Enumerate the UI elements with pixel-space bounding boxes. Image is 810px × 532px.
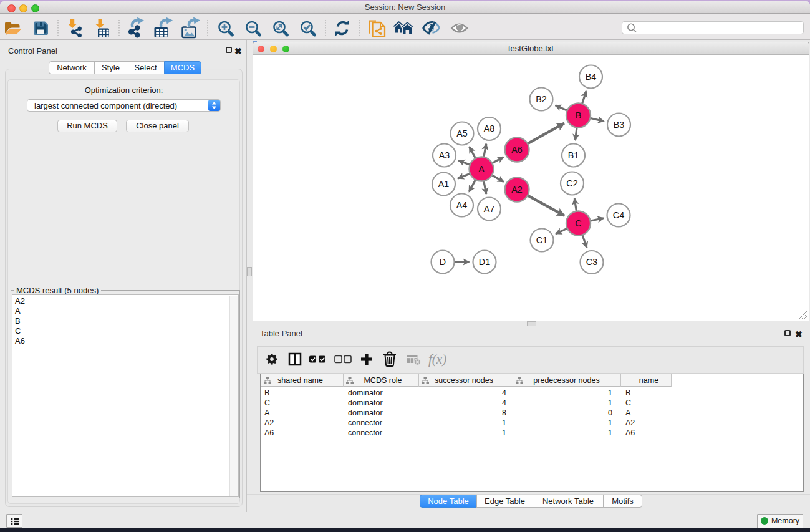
svg-text:C1: C1 (536, 235, 547, 245)
svg-text:A1: A1 (438, 179, 450, 189)
svg-text:B4: B4 (586, 72, 597, 82)
svg-text:B1: B1 (568, 150, 579, 160)
svg-text:C4: C4 (613, 210, 624, 220)
svg-text:B3: B3 (614, 120, 625, 130)
svg-text:C2: C2 (566, 178, 577, 188)
svg-text:A7: A7 (484, 204, 495, 214)
svg-text:A2: A2 (511, 185, 523, 195)
svg-text:A6: A6 (511, 145, 523, 155)
svg-text:D: D (440, 257, 446, 267)
svg-text:A8: A8 (484, 123, 495, 133)
svg-text:A3: A3 (439, 150, 450, 160)
svg-text:B: B (576, 110, 582, 120)
svg-text:f(x): f(x) (428, 352, 446, 367)
svg-text:B2: B2 (536, 94, 547, 104)
svg-text:A4: A4 (456, 200, 468, 210)
svg-text:C3: C3 (586, 257, 597, 267)
svg-text:D1: D1 (479, 257, 490, 267)
svg-text:C: C (575, 218, 581, 228)
svg-text:A: A (478, 164, 485, 174)
svg-text:A5: A5 (456, 128, 468, 138)
